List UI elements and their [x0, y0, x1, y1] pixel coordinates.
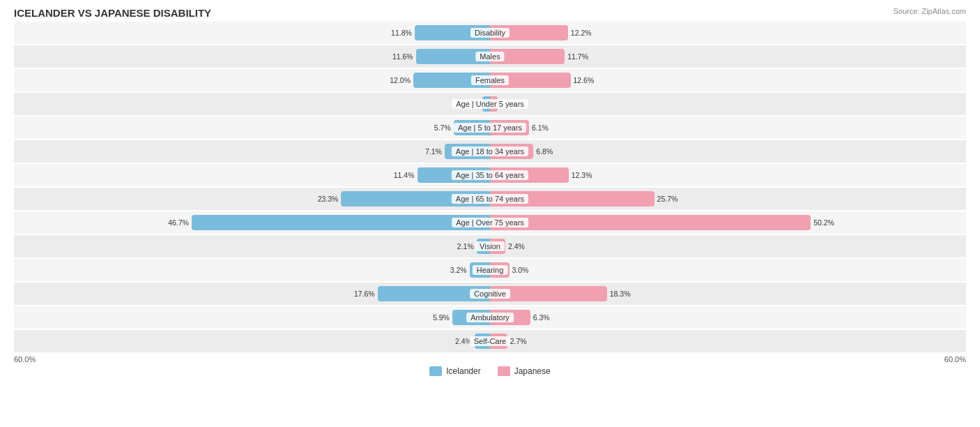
val-left: 11.8%: [391, 29, 413, 37]
val-right: 50.2%: [812, 218, 834, 227]
bar-label: Males: [475, 52, 504, 61]
bar-row: Age | 18 to 34 years 7.1% 6.8%: [14, 140, 966, 163]
val-left: 5.9%: [433, 313, 451, 322]
legend-japanese: Japanese: [498, 366, 551, 376]
bar-label: Age | 5 to 17 years: [454, 123, 526, 133]
val-left: 11.6%: [392, 52, 415, 61]
bar-row: Ambulatory 5.9% 6.3%: [14, 306, 966, 329]
bar-label: Disability: [470, 28, 510, 38]
bar-label: Females: [471, 75, 509, 85]
bar-label: Age | Under 5 years: [452, 99, 528, 109]
bar-label: Cognitive: [470, 289, 510, 299]
val-left: 11.4%: [394, 171, 416, 179]
bar-label: Age | 35 to 64 years: [452, 170, 528, 180]
bar-right: [490, 215, 811, 230]
val-left: 17.6%: [354, 290, 376, 298]
val-right: 6.8%: [535, 147, 553, 156]
bar-row: Age | 5 to 17 years 5.7% 6.1%: [14, 117, 966, 139]
bar-row: Disability 11.8% 12.2%: [14, 22, 966, 44]
val-left: 3.2%: [450, 266, 468, 274]
icelander-label: Icelander: [446, 366, 480, 376]
val-right: 12.6%: [572, 76, 595, 84]
bar-label: Age | 18 to 34 years: [452, 147, 528, 156]
bar-label: Age | 65 to 74 years: [452, 194, 528, 204]
chart-container: ICELANDER VS JAPANESE DISABILITY Source:…: [0, 0, 980, 427]
val-right: 12.3%: [570, 171, 592, 179]
val-right: 2.4%: [507, 242, 525, 250]
axis-right: 60.0%: [944, 355, 966, 364]
legend: Icelander Japanese: [14, 366, 966, 376]
axis-labels: 60.0% 60.0%: [14, 355, 966, 364]
bar-row: Age | 65 to 74 years 23.3% 25.7%: [14, 188, 966, 210]
bar-label: Vision: [475, 241, 505, 251]
val-right: 11.7%: [566, 52, 588, 61]
val-right: 6.1%: [530, 123, 549, 132]
icelander-color-box: [429, 366, 442, 376]
val-right: 6.3%: [532, 313, 550, 322]
bar-label: Self-Care: [470, 336, 510, 346]
val-left: 7.1%: [425, 147, 443, 156]
rows-wrapper: Disability 11.8% 12.2% Males 11.6% 11.7%…: [14, 22, 966, 352]
bar-row: Males 11.6% 11.7%: [14, 45, 966, 68]
val-left: 5.7%: [434, 123, 452, 132]
val-left: 12.0%: [390, 76, 412, 84]
bar-left: [192, 215, 490, 230]
bar-row: Self-Care 2.4% 2.7%: [14, 330, 966, 352]
chart-title: ICELANDER VS JAPANESE DISABILITY: [14, 7, 966, 19]
bar-row: Age | Over 75 years 46.7% 50.2%: [14, 211, 966, 234]
japanese-label: Japanese: [514, 366, 551, 376]
bar-row: Vision 2.1% 2.4%: [14, 235, 966, 257]
bar-label: Ambulatory: [466, 313, 514, 322]
bar-row: Cognitive 17.6% 18.3%: [14, 283, 966, 305]
bar-row: Age | 35 to 64 years 11.4% 12.3%: [14, 164, 966, 186]
val-left: 46.7%: [168, 218, 190, 227]
bar-row: Females 12.0% 12.6%: [14, 69, 966, 91]
val-left: 23.3%: [318, 195, 340, 203]
legend-icelander: Icelander: [429, 366, 480, 376]
japanese-color-box: [498, 366, 510, 376]
val-left: 2.1%: [457, 242, 475, 250]
bar-label: Hearing: [473, 265, 508, 275]
val-right: 12.2%: [569, 29, 592, 37]
val-right: 18.3%: [608, 290, 631, 298]
val-right: 3.0%: [511, 266, 529, 274]
axis-left: 60.0%: [14, 355, 36, 364]
bar-row: Age | Under 5 years 1.2% 1.2%: [14, 93, 966, 115]
source-text: Source: ZipAtlas.com: [893, 7, 966, 15]
val-right: 25.7%: [656, 195, 678, 203]
bar-label: Age | Over 75 years: [452, 218, 528, 227]
val-right: 2.7%: [509, 337, 527, 345]
bar-row: Hearing 3.2% 3.0%: [14, 259, 966, 281]
